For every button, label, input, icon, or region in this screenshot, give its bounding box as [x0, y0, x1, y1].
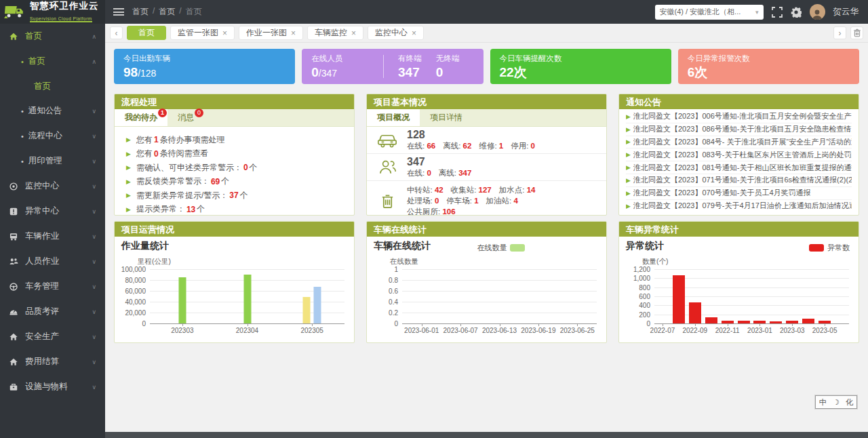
tabs-scroll-left-button[interactable]: ‹ [110, 26, 123, 39]
stat-card-3[interactable]: 今日异常报警次数6次 [678, 49, 859, 84]
menu-fold-icon[interactable] [113, 8, 124, 16]
sidebar-item-vehicle-affairs[interactable]: 车务管理∨ [0, 274, 105, 299]
stat-value: 14 [527, 186, 536, 194]
close-icon[interactable]: × [291, 28, 296, 38]
breadcrumb-item[interactable]: 首页 [186, 6, 202, 18]
tab-作业一张图[interactable]: 作业一张图× [239, 26, 303, 40]
facility-icon [9, 382, 19, 392]
region-select[interactable]: 安徽(4) / 安徽淮北（相... ▾ [655, 5, 764, 20]
gear-icon[interactable] [791, 7, 802, 18]
tab-监管一张图[interactable]: 监管一张图× [170, 26, 235, 40]
ime-statusbar[interactable]: 中☽化 [815, 395, 857, 409]
process-item[interactable]: ▶需反馈类异常警示：69 个 [126, 175, 354, 189]
process-item[interactable]: ▶需确认、可申述类异常警示：0 个 [126, 161, 354, 175]
process-item[interactable]: ▶您有1条待办事项需处理 [126, 133, 354, 147]
project-panel-tabs: 项目概况项目详情 [367, 109, 606, 127]
notice-item[interactable]: ▶淮北同盈文【2023】081号通知-关于相山区班长加班重复提报的通报 [626, 161, 852, 174]
stat-pair: 在线: 0 [407, 169, 431, 177]
sidebar-item-safety-production[interactable]: 安全生产∨ [0, 324, 105, 349]
tab-label: 项目概况 [377, 112, 410, 123]
notice-item[interactable]: ▶淮北同盈文【2023】070号通知-关于员工4月奖罚通报 [626, 187, 852, 200]
tab-首页[interactable]: 首页 [127, 26, 166, 40]
chevron-up-icon: ∧ [92, 33, 96, 40]
process-item[interactable]: ▶您有0条待阅需查看 [126, 147, 354, 161]
chart-bar[interactable] [738, 321, 750, 323]
tab-label: 首页 [138, 27, 155, 39]
chart-bar[interactable] [705, 317, 717, 323]
tab-车辆监控[interactable]: 车辆监控× [307, 26, 363, 40]
card-stat: 在线人员0/347 [311, 54, 382, 80]
sidebar-item-monitoring-center[interactable]: 监控中心∨ [0, 174, 105, 199]
sidebar-item-facilities-materials[interactable]: 设施与物料∨ [0, 374, 105, 399]
sidebar-item-quality-evaluation[interactable]: 品质考评∨ [0, 299, 105, 324]
sidebar-item-home-page[interactable]: 首页 [0, 74, 105, 98]
process-item[interactable]: ▶需更新类异常提示/警示：37 个 [126, 188, 354, 203]
chart-bar[interactable] [802, 319, 814, 323]
notice-item[interactable]: ▶淮北同盈文【2023】071号通知-关于淮北项目6s检查情况通报(2)(2) [626, 174, 852, 187]
chart-bar[interactable] [818, 321, 831, 323]
project-row-total: 128 [407, 129, 542, 141]
stat-card-2[interactable]: 今日车辆提醒次数22次 [490, 49, 671, 84]
project-tab-项目详情[interactable]: 项目详情 [420, 109, 473, 126]
stat-pair: 加油站: 4 [486, 197, 518, 205]
chevron-down-icon: ∨ [92, 233, 96, 240]
card-divider [383, 55, 384, 78]
sidebar-item-process-center[interactable]: •流程中心∨ [0, 123, 105, 148]
chart-legend[interactable]: 异常数 [809, 243, 850, 253]
notice-item[interactable]: ▶淮北同盈文【2023】006号通知-淮北项目五月安全例会暨安全生产月启动会… [626, 111, 852, 123]
stat-card-1[interactable]: 在线人员0/347有终端347无终端0 [302, 49, 483, 84]
breadcrumb-item[interactable]: 首页 [159, 6, 175, 18]
y-tick-label: 0 [646, 320, 650, 327]
process-tab-我的待办[interactable]: 我的待办1 [115, 109, 167, 126]
sidebar-item-seal-management[interactable]: •用印管理∨ [0, 148, 105, 174]
notice-item[interactable]: ▶淮北同盈文【2023】084号- 关于淮北项目开展“安全生产月”活动的通知 [626, 136, 852, 149]
chart-bar[interactable] [243, 275, 251, 323]
chart-bar[interactable] [303, 297, 311, 323]
close-icon[interactable]: × [222, 28, 227, 38]
close-icon[interactable]: × [351, 28, 356, 38]
chevron-down-icon: ∨ [92, 133, 96, 140]
chart-bar[interactable] [786, 321, 798, 323]
chart-bar[interactable] [689, 302, 701, 323]
sidebar-item-notice[interactable]: •通知公告∨ [0, 98, 105, 123]
sidebar-item-home[interactable]: 首页∧ [0, 24, 105, 49]
notice-item[interactable]: ▶淮北同盈文【2023】083号-关于杜集区东片区主管酒后上岗的处罚通告 [626, 148, 852, 161]
project-panel-title: 项目基本情况 [367, 94, 606, 109]
fullscreen-icon[interactable] [772, 7, 783, 18]
close-all-tabs-button[interactable] [850, 26, 863, 39]
close-icon[interactable]: × [412, 28, 416, 38]
project-panel: 项目基本情况 项目概况项目详情 128在线: 66离线: 62维修: 1停用: … [366, 94, 607, 216]
process-item[interactable]: ▶提示类异常：13 个 [126, 203, 354, 216]
x-tick-label: 2023-06-19 [521, 327, 555, 334]
sidebar-item-personnel-operation[interactable]: 人员作业∨ [0, 249, 105, 274]
chart-bar[interactable] [722, 321, 734, 323]
notice-item[interactable]: ▶淮北同盈文【2023】079号-关于4月17日油价上涨通知后加油情况通报 [626, 200, 852, 213]
chart-title: 车辆在线统计 [374, 240, 431, 252]
x-tick-mark [825, 323, 825, 326]
breadcrumb-item[interactable]: 首页 [132, 6, 149, 18]
avatar[interactable] [810, 4, 825, 20]
tab-label: 监管一张图 [178, 27, 218, 39]
notice-item[interactable]: ▶淮北同盈文【2023】086号通知-关于淮北项目五月安全隐患检查情况通告 [626, 123, 852, 136]
sidebar-item-abnormal-center[interactable]: 异常中心∨ [0, 199, 105, 224]
chart-bar[interactable] [753, 321, 766, 323]
tabs-scroll-right-button[interactable]: › [833, 26, 846, 39]
project-tab-项目概况[interactable]: 项目概况 [367, 109, 420, 126]
stat-card-0[interactable]: 今日出勤车辆98/128 [114, 49, 295, 84]
stat-pair: 停车场: 1 [446, 197, 478, 205]
chart-legend[interactable]: 在线数量 [477, 243, 525, 253]
sidebar-item-home-sub[interactable]: •首页∧ [0, 49, 105, 74]
sidebar-item-expense-settlement[interactable]: 费用结算∨ [0, 349, 105, 374]
stat-pair: 公共厕所: 106 [407, 207, 456, 216]
process-list: ▶您有1条待办事项需处理▶您有0条待阅需查看▶需确认、可申述类异常警示：0 个▶… [115, 127, 354, 216]
x-tick-label: 2023-05 [812, 327, 837, 334]
chart-bar[interactable] [770, 321, 782, 323]
sidebar-item-vehicle-operation[interactable]: 车辆作业∨ [0, 224, 105, 249]
tab-监控中心[interactable]: 监控中心× [368, 26, 424, 40]
chart-bar[interactable] [673, 275, 685, 323]
horizontal-scrollbar[interactable] [105, 432, 868, 438]
card-stat-label: 有终端 [398, 54, 436, 64]
chart-bar[interactable] [314, 287, 321, 323]
process-tab-消息[interactable]: 消息0 [167, 109, 204, 126]
chart-bar[interactable] [178, 277, 186, 323]
